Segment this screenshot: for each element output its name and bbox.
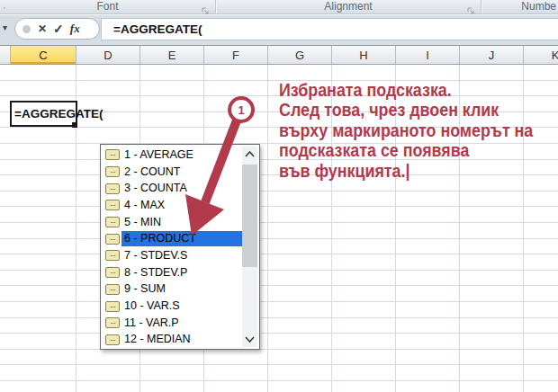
item-label: 4 - MAX: [122, 198, 242, 213]
scrollbar[interactable]: [242, 147, 257, 347]
cancel-icon[interactable]: ✕: [38, 22, 47, 35]
ribbon-group-font: Font: [0, 0, 216, 13]
item-label: 3 - COUNTA: [122, 181, 242, 196]
column-header-b-sliver[interactable]: [0, 46, 11, 64]
column-header[interactable]: F: [204, 46, 268, 64]
autocomplete-item[interactable]: ··· 3 - COUNTA: [103, 180, 242, 197]
enum-icon: ···: [105, 217, 120, 227]
item-label: 11 - VAR.P: [122, 316, 242, 331]
annotation-line: Избраната подсказка.: [279, 80, 517, 100]
column-header[interactable]: G: [268, 46, 332, 64]
column-header[interactable]: K: [524, 46, 558, 64]
column-header[interactable]: E: [140, 46, 204, 64]
enum-icon: ···: [105, 317, 120, 328]
column-header[interactable]: I: [396, 46, 460, 64]
autocomplete-item[interactable]: ··· 8 - STDEV.P: [103, 264, 242, 281]
formula-input[interactable]: =AGGREGATE(: [101, 18, 558, 40]
autocomplete-item[interactable]: ··· 7 - STDEV.S: [103, 247, 242, 264]
autocomplete-item[interactable]: ··· 9 - SUM: [103, 281, 242, 298]
ribbon-group-number-label: Numbe: [521, 0, 556, 13]
ribbon-group-strip: Font Alignment Numbe: [0, 0, 558, 14]
annotation-line: във функцията.|: [279, 161, 517, 181]
enum-icon: ···: [105, 334, 120, 345]
item-label: 5 - MIN: [122, 215, 242, 230]
enum-icon: ···: [105, 301, 120, 312]
ribbon-group-alignment: Alignment: [216, 0, 482, 13]
scroll-down-icon[interactable]: [242, 332, 257, 346]
item-label: 7 - STDEV.S: [122, 248, 242, 263]
ribbon-group-font-label: Font: [96, 0, 118, 13]
annotation-line: върху маркираното номерът на: [279, 120, 517, 140]
column-header[interactable]: J: [460, 46, 524, 64]
autocomplete-item[interactable]: ··· 2 - COUNT: [103, 164, 242, 181]
item-label: 12 - MEDIAN: [122, 332, 242, 347]
spreadsheet-grid[interactable]: =AGGREGATE( ··· 1 - AVERAGE ··· 2 - COUN…: [0, 65, 558, 392]
item-label: 1 - AVERAGE: [122, 147, 242, 163]
autocomplete-item[interactable]: ··· 5 - MIN: [103, 214, 242, 231]
scroll-up-icon[interactable]: [242, 147, 257, 162]
autocomplete-item[interactable]: ··· 4 - MAX: [103, 197, 242, 214]
scrollbar-thumb[interactable]: [242, 165, 257, 267]
formula-bar: ▾ ✕ ✓ fx =AGGREGATE(: [0, 15, 558, 45]
autocomplete-item[interactable]: ··· 10 - VAR.S: [103, 298, 242, 315]
item-label: 2 - COUNT: [122, 165, 242, 180]
autocomplete-item[interactable]: ··· 12 - MEDIAN: [103, 332, 242, 349]
enum-icon: ···: [105, 234, 120, 245]
ribbon-group-alignment-label: Alignment: [324, 0, 372, 13]
enum-icon: ···: [105, 149, 120, 160]
item-label: 8 - STDEV.P: [122, 265, 242, 281]
excel-window: Font Alignment Numbe ▾ ✕ ✓ fx =AGGREGATE…: [0, 0, 558, 392]
annotation-line: подсказката се появява: [279, 140, 517, 160]
column-headers-cells: CDEFGHIJK: [11, 46, 558, 64]
formula-bar-dot-icon: [22, 25, 31, 33]
column-header[interactable]: C: [11, 46, 76, 64]
column-header[interactable]: D: [76, 46, 140, 64]
ribbon-group-number: Numbe: [482, 0, 558, 13]
enum-icon: ···: [105, 250, 120, 261]
annotation-text: Избраната подсказка.След това, чрез двое…: [279, 80, 517, 181]
dialog-launcher-icon[interactable]: [201, 3, 210, 12]
item-label: 6 - PRODUCT: [122, 231, 242, 246]
active-cell-formula: =AGGREGATE(: [14, 102, 103, 125]
autocomplete-items: ··· 1 - AVERAGE ··· 2 - COUNT ··· 3 - CO…: [103, 147, 242, 348]
callout-circle: 1: [228, 96, 255, 123]
autocomplete-item[interactable]: ··· 11 - VAR.P: [103, 315, 242, 332]
enum-icon: ···: [105, 267, 120, 278]
active-cell[interactable]: =AGGREGATE(: [10, 101, 77, 127]
enum-icon: ···: [105, 200, 120, 210]
namebox-dropdown-arrow[interactable]: ▾: [3, 22, 7, 33]
function-autocomplete-list: ··· 1 - AVERAGE ··· 2 - COUNT ··· 3 - CO…: [100, 144, 260, 350]
formula-bar-buttons: ✕ ✓ fx: [14, 18, 100, 40]
autocomplete-item[interactable]: ··· 1 - AVERAGE: [103, 147, 242, 164]
enum-icon: ···: [105, 284, 120, 295]
enum-icon: ···: [105, 183, 120, 194]
insert-function-icon[interactable]: fx: [70, 22, 80, 36]
column-headers: CDEFGHIJK: [0, 45, 558, 65]
item-label: 9 - SUM: [122, 281, 242, 297]
fill-handle[interactable]: [72, 122, 77, 128]
callout-number: 1: [238, 103, 244, 117]
dialog-launcher-icon[interactable]: [466, 3, 475, 12]
item-label: 10 - VAR.S: [122, 298, 242, 314]
column-header[interactable]: H: [332, 46, 396, 64]
enter-icon[interactable]: ✓: [53, 22, 64, 36]
annotation-line: След това, чрез двоен клик: [279, 100, 517, 120]
enum-icon: ···: [105, 166, 120, 177]
autocomplete-item[interactable]: ··· 6 - PRODUCT: [103, 230, 242, 247]
